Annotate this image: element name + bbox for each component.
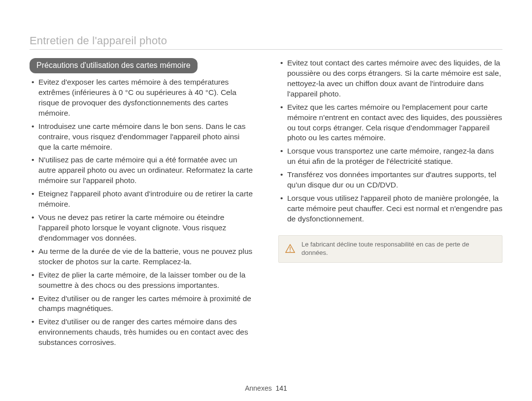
- list-item: Vous ne devez pas retirer la carte mémoi…: [30, 213, 254, 244]
- content-columns: Précautions d'utilisation des cartes mém…: [30, 58, 502, 351]
- list-item: Evitez d'exposer les cartes mémoire à de…: [30, 77, 254, 119]
- footer-section-label: Annexes: [245, 384, 271, 392]
- right-column: Evitez tout contact des cartes mémoire a…: [278, 58, 502, 351]
- list-item: Evitez tout contact des cartes mémoire a…: [278, 58, 502, 99]
- list-item: Introduisez une carte mémoire dans le bo…: [30, 122, 254, 153]
- list-item: Eteignez l'appareil photo avant d'introd…: [30, 189, 254, 210]
- section-heading-pill: Précautions d'utilisation des cartes mém…: [30, 58, 198, 73]
- right-bullet-list: Evitez tout contact des cartes mémoire a…: [278, 58, 502, 224]
- list-item: Lorsque vous transportez une carte mémoi…: [278, 146, 502, 167]
- list-item: Evitez d'utiliser ou de ranger les carte…: [30, 294, 254, 314]
- list-item: N'utilisez pas de carte mémoire qui a ét…: [30, 155, 254, 186]
- warning-text: Le fabricant décline toute responsabilit…: [301, 241, 495, 257]
- list-item: Evitez que les cartes mémoire ou l'empla…: [278, 102, 502, 144]
- svg-point-2: [290, 250, 291, 251]
- page-header-title: Entretien de l'appareil photo: [30, 34, 167, 47]
- warning-note: Le fabricant décline toute responsabilit…: [278, 235, 502, 263]
- warning-icon: [285, 244, 296, 254]
- document-page: Entretien de l'appareil photo Précaution…: [0, 0, 532, 401]
- list-item: Transférez vos données importantes sur d…: [278, 170, 502, 190]
- header-divider: [30, 49, 502, 50]
- list-item: Lorsque vous utilisez l'appareil photo d…: [278, 193, 502, 224]
- page-footer: Annexes 141: [0, 384, 532, 392]
- list-item: Evitez d'utiliser ou de ranger des carte…: [30, 317, 254, 348]
- list-item: Evitez de plier la carte mémoire, de la …: [30, 270, 254, 291]
- list-item: Au terme de la durée de vie de la batter…: [30, 247, 254, 267]
- footer-page-number: 141: [275, 384, 287, 392]
- left-bullet-list: Evitez d'exposer les cartes mémoire à de…: [30, 77, 254, 348]
- left-column: Précautions d'utilisation des cartes mém…: [30, 58, 254, 351]
